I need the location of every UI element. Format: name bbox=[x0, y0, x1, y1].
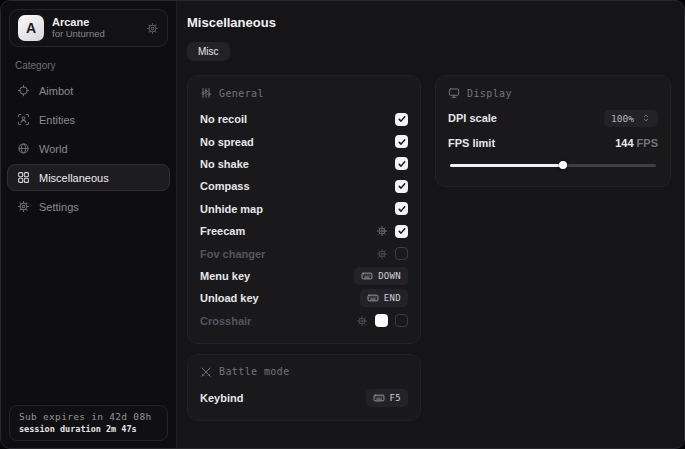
keybind-value: DOWN bbox=[378, 271, 401, 281]
swords-icon bbox=[200, 366, 212, 378]
entities-icon bbox=[17, 113, 30, 126]
setting-row-unload-key: Unload keyEND bbox=[200, 287, 408, 309]
slider-fill bbox=[450, 164, 563, 167]
sliders-icon bbox=[200, 87, 212, 99]
crosshair-icon bbox=[17, 84, 30, 97]
sidebar-item-world[interactable]: World bbox=[7, 135, 170, 162]
setting-row-no-spread: No spread bbox=[200, 130, 408, 152]
setting-controls bbox=[356, 314, 408, 327]
setting-row-no-shake: No shake bbox=[200, 153, 408, 175]
fps-limit-slider[interactable] bbox=[450, 161, 656, 169]
sidebar-item-label: World bbox=[39, 143, 68, 155]
keybind-button[interactable]: END bbox=[360, 289, 408, 307]
setting-controls bbox=[376, 247, 408, 260]
sidebar-item-miscellaneous[interactable]: Miscellaneous bbox=[7, 164, 170, 191]
setting-label: Freecam bbox=[200, 225, 245, 237]
setting-controls: DOWN bbox=[354, 267, 408, 285]
app-logo: A bbox=[18, 15, 44, 41]
brand-text: Arcane for Unturned bbox=[52, 16, 138, 40]
main-content: Miscellaneous Misc General No recoilNo s… bbox=[177, 1, 685, 448]
battle-keybind-button[interactable]: F5 bbox=[366, 389, 408, 407]
fps-limit-value: 144 FPS bbox=[615, 137, 658, 149]
setting-controls bbox=[376, 225, 408, 238]
sidebar-item-settings[interactable]: Settings bbox=[7, 193, 170, 220]
panel-display-header: Display bbox=[448, 87, 658, 99]
checkbox[interactable] bbox=[395, 157, 408, 170]
sidebar-item-aimbot[interactable]: Aimbot bbox=[7, 77, 170, 104]
app-subtitle: for Unturned bbox=[52, 29, 138, 40]
keybind-button[interactable]: DOWN bbox=[354, 267, 408, 285]
setting-controls bbox=[395, 180, 408, 193]
right-column: Display DPI scale 100% FPS limit 144 FPS bbox=[435, 75, 671, 187]
chevrons-updown-icon bbox=[641, 113, 651, 123]
tab-misc[interactable]: Misc bbox=[187, 42, 230, 61]
general-rows: No recoilNo spreadNo shakeCompassUnhide … bbox=[200, 108, 408, 332]
checkbox[interactable] bbox=[395, 225, 408, 238]
sub-expiry-text: Sub expires in 42d 08h bbox=[19, 411, 158, 422]
sidebar-item-label: Aimbot bbox=[39, 85, 73, 97]
gear-icon[interactable] bbox=[376, 225, 388, 237]
slider-thumb[interactable] bbox=[559, 161, 567, 169]
battle-keybind-row: Keybind F5 bbox=[200, 387, 408, 409]
page-title: Miscellaneous bbox=[187, 15, 671, 30]
panels-area: General No recoilNo spreadNo shakeCompas… bbox=[187, 75, 671, 421]
panel-general-title: General bbox=[219, 88, 264, 99]
keyboard-icon bbox=[367, 292, 379, 304]
setting-label: Crosshair bbox=[200, 315, 251, 327]
checkbox[interactable] bbox=[395, 314, 408, 327]
monitor-icon bbox=[448, 87, 460, 99]
category-label: Category bbox=[15, 60, 176, 71]
setting-label: Unhide map bbox=[200, 203, 263, 215]
panel-battle-title: Battle mode bbox=[219, 366, 290, 377]
panel-battle-header: Battle mode bbox=[200, 366, 408, 378]
sidebar-item-label: Entities bbox=[39, 114, 75, 126]
sidebar-item-label: Miscellaneous bbox=[39, 172, 109, 184]
setting-row-crosshair: Crosshair bbox=[200, 310, 408, 332]
panel-general: General No recoilNo spreadNo shakeCompas… bbox=[187, 75, 421, 344]
fps-limit-row: FPS limit 144 FPS bbox=[448, 133, 658, 153]
setting-controls bbox=[395, 135, 408, 148]
panel-general-header: General bbox=[200, 87, 408, 99]
panel-display-title: Display bbox=[467, 88, 512, 99]
setting-controls bbox=[395, 113, 408, 126]
setting-controls bbox=[395, 202, 408, 215]
setting-label: No spread bbox=[200, 136, 254, 148]
setting-controls bbox=[395, 157, 408, 170]
dpi-scale-value: 100% bbox=[611, 113, 634, 124]
setting-row-compass: Compass bbox=[200, 175, 408, 197]
setting-row-unhide-map: Unhide map bbox=[200, 198, 408, 220]
setting-row-no-recoil: No recoil bbox=[200, 108, 408, 130]
dpi-scale-select[interactable]: 100% bbox=[604, 110, 658, 127]
panel-battle-mode: Battle mode Keybind F5 bbox=[187, 354, 421, 421]
settings-gear-icon[interactable] bbox=[146, 22, 159, 35]
setting-label: Fov changer bbox=[200, 248, 265, 260]
brand-card: A Arcane for Unturned bbox=[9, 9, 168, 47]
keybind-value: END bbox=[384, 293, 401, 303]
fps-unit: FPS bbox=[637, 137, 658, 149]
gear-icon[interactable] bbox=[356, 315, 368, 327]
checkbox[interactable] bbox=[395, 180, 408, 193]
sidebar-item-label: Settings bbox=[39, 201, 79, 213]
session-duration-text: session duration 2m 47s bbox=[19, 424, 158, 434]
sidebar-item-entities[interactable]: Entities bbox=[7, 106, 170, 133]
grid-icon bbox=[17, 171, 30, 184]
setting-row-menu-key: Menu keyDOWN bbox=[200, 265, 408, 287]
setting-label: Unload key bbox=[200, 292, 259, 304]
checkbox[interactable] bbox=[395, 202, 408, 215]
dpi-scale-row: DPI scale 100% bbox=[448, 108, 658, 128]
panel-display: Display DPI scale 100% FPS limit 144 FPS bbox=[435, 75, 671, 187]
setting-row-fov-changer: Fov changer bbox=[200, 242, 408, 264]
checkbox[interactable] bbox=[395, 135, 408, 148]
dpi-scale-label: DPI scale bbox=[448, 112, 497, 124]
gear-icon bbox=[17, 200, 30, 213]
color-swatch[interactable] bbox=[375, 314, 388, 327]
setting-controls: END bbox=[360, 289, 408, 307]
setting-label: No shake bbox=[200, 158, 249, 170]
gear-icon[interactable] bbox=[376, 248, 388, 260]
keyboard-icon bbox=[373, 392, 385, 404]
setting-row-freecam: Freecam bbox=[200, 220, 408, 242]
globe-icon bbox=[17, 142, 30, 155]
app-window: A Arcane for Unturned Category AimbotEnt… bbox=[0, 0, 685, 449]
checkbox[interactable] bbox=[395, 247, 408, 260]
checkbox[interactable] bbox=[395, 113, 408, 126]
